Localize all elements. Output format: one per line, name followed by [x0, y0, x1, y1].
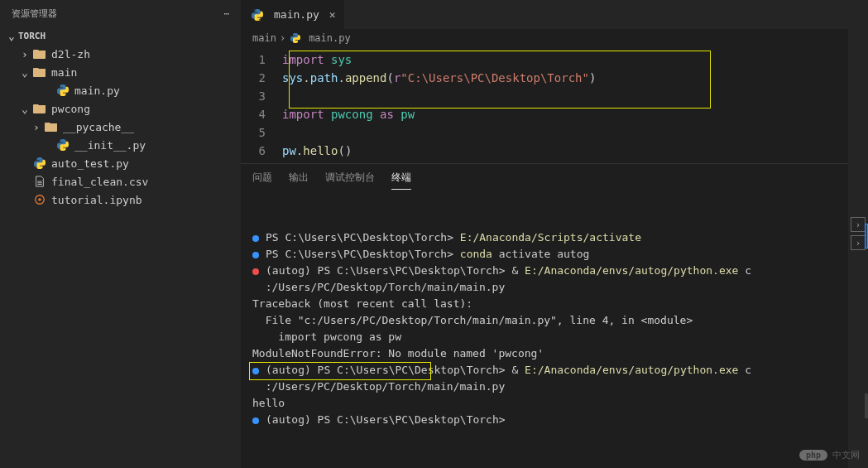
- code-text: pw.hello(): [282, 142, 352, 160]
- terminal-line: (autog) PS C:\Users\PC\Desktop\Torch>: [252, 412, 837, 428]
- svg-point-1: [38, 198, 41, 201]
- tree-item[interactable]: ⌄pwcong: [0, 99, 241, 118]
- line-number: 6: [241, 142, 282, 160]
- folder-icon: [31, 66, 48, 78]
- code-text: import sys: [282, 51, 352, 69]
- chevron-icon: ›: [30, 121, 43, 133]
- watermark: php 中文网: [799, 449, 860, 461]
- workspace-row[interactable]: ⌄ TORCH: [0, 27, 241, 45]
- panel-tab-输出[interactable]: 输出: [289, 166, 309, 189]
- more-icon[interactable]: ⋯: [223, 8, 229, 19]
- panel-tab-问题[interactable]: 问题: [252, 166, 272, 189]
- tree-label: pwcong: [51, 103, 90, 115]
- tree-item[interactable]: tutorial.ipynb: [0, 191, 241, 209]
- breadcrumb[interactable]: main › main.py: [241, 29, 848, 47]
- code-line[interactable]: 4import pwcong as pw: [241, 105, 848, 123]
- python-icon: [249, 9, 266, 21]
- panel-tabs: 问题输出调试控制台终端: [241, 164, 848, 191]
- code-line[interactable]: 2sys.path.append(r"C:\Users\PC\Desktop\T…: [241, 69, 848, 87]
- tree-item[interactable]: final_clean.csv: [0, 172, 241, 191]
- scroll-indicator[interactable]: [865, 393, 868, 418]
- terminal-line: (autog) PS C:\Users\PC\Desktop\Torch> & …: [252, 263, 837, 279]
- py-icon: [55, 84, 71, 96]
- python-icon: [289, 33, 302, 43]
- tree-label: __pycache__: [63, 121, 134, 133]
- tree-label: tutorial.ipynb: [51, 194, 142, 206]
- tree-label: auto_test.py: [51, 157, 129, 170]
- tree-item[interactable]: ›__pycache__: [0, 118, 241, 136]
- chevron-icon: ⌄: [18, 103, 31, 115]
- status-dot-icon: [252, 252, 259, 258]
- code-line[interactable]: 3: [241, 87, 848, 105]
- terminal-line: :/Users/PC/Desktop/Torch/main/main.py: [252, 279, 837, 296]
- chevron-right-icon: ›: [280, 32, 285, 44]
- csv-icon: [31, 176, 48, 187]
- terminal-line: (autog) PS C:\Users\PC\Desktop\Torch> & …: [252, 362, 837, 379]
- py-icon: [31, 157, 48, 169]
- file-tree: ›d2l-zh⌄mainmain.py⌄pwcong›__pycache____…: [0, 45, 241, 209]
- line-number: 2: [241, 69, 282, 87]
- terminal[interactable]: PS C:\Users\PC\Desktop\Torch> E:/Anacond…: [241, 191, 848, 468]
- explorer-title: 资源管理器: [12, 7, 57, 20]
- code-line[interactable]: 5: [241, 123, 848, 142]
- chevron-down-icon: ⌄: [5, 30, 18, 42]
- tree-label: main: [51, 66, 77, 79]
- tree-label: final_clean.csv: [51, 176, 148, 188]
- workspace-name: TORCH: [18, 31, 46, 41]
- py-icon: [55, 139, 71, 151]
- tree-item[interactable]: auto_test.py: [0, 154, 241, 172]
- status-dot-icon: [252, 235, 259, 242]
- status-dot-icon: [252, 268, 259, 275]
- folder-icon: [31, 103, 48, 114]
- line-number: 4: [241, 105, 282, 123]
- watermark-badge: php: [799, 450, 827, 461]
- explorer-header: 资源管理器 ⋯: [0, 0, 241, 27]
- terminal-line: Traceback (most recent call last):: [252, 296, 837, 312]
- tree-label: __init__.py: [74, 139, 146, 152]
- tree-item[interactable]: ›d2l-zh: [0, 45, 241, 63]
- watermark-text: 中文网: [832, 449, 860, 461]
- expand-icon[interactable]: ›: [851, 235, 866, 250]
- code-text: sys.path.append(r"C:\Users\PC\Desktop\To…: [282, 69, 596, 87]
- tree-label: main.py: [74, 84, 120, 97]
- close-icon[interactable]: ✕: [329, 8, 336, 21]
- status-dot-icon: [252, 417, 259, 424]
- main-area: main.py ✕ main › main.py 1import sys2sys…: [241, 0, 848, 468]
- folder-icon: [31, 48, 48, 60]
- scroll-indicator[interactable]: [865, 224, 868, 248]
- code-editor[interactable]: 1import sys2sys.path.append(r"C:\Users\P…: [241, 47, 848, 163]
- editor-tabs: main.py ✕: [241, 0, 848, 29]
- bottom-panel: 问题输出调试控制台终端 PS C:\Users\PC\Desktop\Torch…: [241, 163, 848, 468]
- tree-item[interactable]: __init__.py: [0, 136, 241, 154]
- tab-label: main.py: [274, 8, 319, 21]
- breadcrumb-part[interactable]: main.py: [309, 32, 351, 44]
- expand-icon[interactable]: ›: [851, 217, 866, 232]
- panel-tab-终端[interactable]: 终端: [391, 166, 411, 190]
- line-number: 5: [241, 123, 282, 142]
- terminal-line: File "c:/Users/PC/Desktop/Torch/main/mai…: [252, 312, 837, 329]
- code-line[interactable]: 6pw.hello(): [241, 142, 848, 160]
- nb-icon: [31, 194, 48, 205]
- folder-icon: [43, 121, 60, 133]
- terminal-line: ModuleNotFoundError: No module named 'pw…: [252, 345, 837, 362]
- breadcrumb-part[interactable]: main: [252, 32, 276, 44]
- terminal-line: hello: [252, 395, 837, 412]
- code-text: import pwcong as pw: [282, 105, 415, 123]
- terminal-line: PS C:\Users\PC\Desktop\Torch> E:/Anacond…: [252, 229, 837, 246]
- tree-item[interactable]: main.py: [0, 81, 241, 99]
- chevron-icon: ›: [18, 48, 31, 60]
- terminal-line: :/Users/PC/Desktop/Torch/main/main.py: [252, 379, 837, 395]
- chevron-icon: ⌄: [18, 66, 31, 79]
- panel-tab-调试控制台[interactable]: 调试控制台: [325, 166, 375, 189]
- tab-main-py[interactable]: main.py ✕: [241, 0, 345, 29]
- line-number: 3: [241, 87, 282, 105]
- explorer-sidebar: 资源管理器 ⋯ ⌄ TORCH ›d2l-zh⌄mainmain.py⌄pwco…: [0, 0, 241, 468]
- line-number: 1: [241, 51, 282, 69]
- status-dot-icon: [252, 368, 259, 374]
- terminal-line: PS C:\Users\PC\Desktop\Torch> conda acti…: [252, 246, 837, 263]
- tree-label: d2l-zh: [51, 48, 90, 60]
- tree-item[interactable]: ⌄main: [0, 63, 241, 81]
- terminal-line: import pwcong as pw: [252, 329, 837, 345]
- code-line[interactable]: 1import sys: [241, 51, 848, 69]
